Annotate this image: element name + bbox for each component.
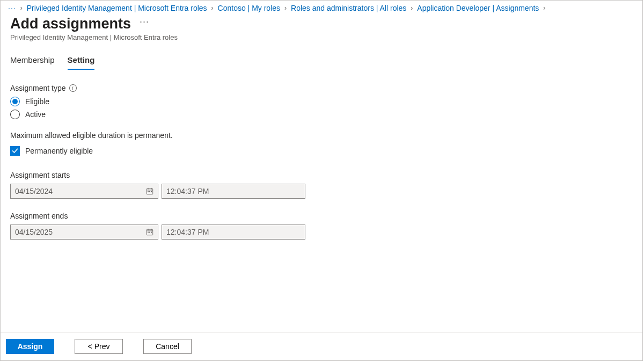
radio-eligible-label: Eligible <box>25 97 49 106</box>
chevron-right-icon: › <box>542 4 546 12</box>
svg-rect-4 <box>148 191 149 192</box>
tab-membership[interactable]: Membership <box>10 55 55 70</box>
assign-button[interactable]: Assign <box>6 339 54 354</box>
permanently-eligible-label: Permanently eligible <box>25 147 93 155</box>
svg-rect-5 <box>149 191 150 192</box>
assignment-type-radio-group: Eligible Active <box>10 97 633 119</box>
radio-icon <box>10 97 20 106</box>
radio-active[interactable]: Active <box>10 110 633 119</box>
more-commands-button[interactable]: ··· <box>140 16 149 27</box>
duration-hint: Maximum allowed eligible duration is per… <box>10 131 633 140</box>
svg-rect-11 <box>148 232 149 233</box>
radio-eligible[interactable]: Eligible <box>10 97 633 106</box>
assignment-type-label-text: Assignment type <box>10 84 66 92</box>
tab-setting[interactable]: Setting <box>68 55 95 70</box>
assignment-ends-date-input[interactable]: 04/15/2025 <box>10 225 158 240</box>
assignment-ends-label: Assignment ends <box>10 212 633 220</box>
assignment-starts-date-value: 04/15/2024 <box>15 187 53 196</box>
breadcrumb-link-contoso[interactable]: Contoso | My roles <box>218 4 280 12</box>
assignment-ends-time-value: 12:04:37 PM <box>166 228 209 236</box>
svg-rect-13 <box>151 232 152 233</box>
prev-button[interactable]: < Prev <box>75 339 123 354</box>
chevron-right-icon: › <box>19 4 24 12</box>
page-subtitle: Privileged Identity Management | Microso… <box>10 33 633 41</box>
tabs: Membership Setting <box>1 41 642 70</box>
radio-active-label: Active <box>25 110 46 119</box>
breadcrumb-more[interactable]: ··· <box>8 4 16 12</box>
form-body: Assignment type i Eligible Active Maximu… <box>1 70 642 332</box>
chevron-right-icon: › <box>283 4 288 12</box>
calendar-icon <box>146 228 153 236</box>
assignment-starts-date-input[interactable]: 04/15/2024 <box>10 184 158 199</box>
cancel-button[interactable]: Cancel <box>143 339 192 354</box>
breadcrumb-link-appdev[interactable]: Application Developer | Assignments <box>417 4 539 12</box>
page-header: Add assignments ··· Privileged Identity … <box>1 13 642 41</box>
info-icon[interactable]: i <box>69 84 77 92</box>
breadcrumb-link-pim[interactable]: Privileged Identity Management | Microso… <box>27 4 207 12</box>
calendar-icon <box>146 187 153 195</box>
chevron-right-icon: › <box>409 4 414 12</box>
footer: Assign < Prev Cancel <box>1 332 642 360</box>
breadcrumb-link-roles[interactable]: Roles and administrators | All roles <box>291 4 406 12</box>
assignment-ends-date-value: 04/15/2025 <box>15 228 53 236</box>
assignment-ends-time-input[interactable]: 12:04:37 PM <box>162 225 305 240</box>
page-title: Add assignments <box>10 16 131 32</box>
assignment-type-label: Assignment type i <box>10 84 633 92</box>
permanently-eligible-checkbox[interactable]: Permanently eligible <box>10 146 633 156</box>
assignment-starts-time-input[interactable]: 12:04:37 PM <box>162 184 305 199</box>
chevron-right-icon: › <box>210 4 215 12</box>
radio-icon <box>10 110 20 119</box>
svg-rect-12 <box>149 232 150 233</box>
assignment-starts-label: Assignment starts <box>10 171 633 179</box>
svg-rect-6 <box>151 191 152 192</box>
checkbox-icon <box>10 146 20 156</box>
breadcrumb: ··· › Privileged Identity Management | M… <box>1 1 642 13</box>
assignment-starts-time-value: 12:04:37 PM <box>166 187 209 196</box>
